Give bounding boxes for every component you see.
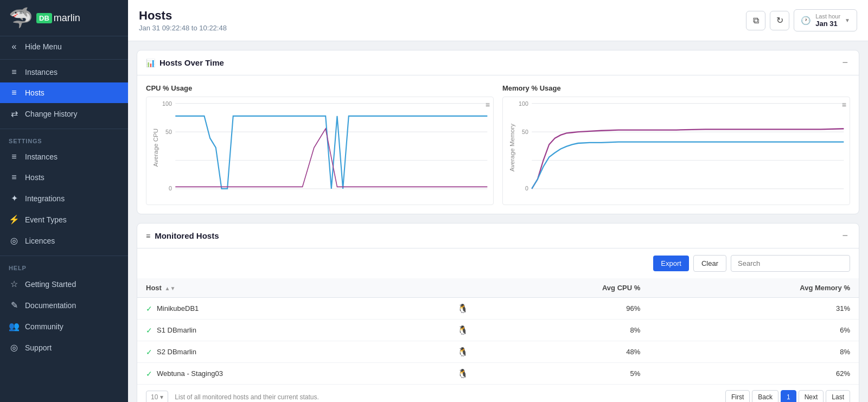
card-title-hosts: ≡ Monitored Hosts — [146, 231, 219, 240]
search-input[interactable] — [731, 255, 850, 272]
sidebar-item-getting-started[interactable]: ☆ Getting Started — [0, 273, 128, 295]
time-picker-button[interactable]: 🕐 Last hour Jan 31 ▼ — [794, 9, 857, 31]
cpu-chart-area: ≡ 100 50 0 Average CPU — [146, 97, 494, 205]
table-row[interactable]: ✓ S2 DBmarlin 🐧 48% 8% — [137, 341, 859, 363]
sidebar-item-community[interactable]: 👥 Community — [0, 316, 128, 337]
os-icon: 🐧 — [457, 347, 468, 357]
cpu-chart-svg: 100 50 0 Average CPU — [146, 97, 493, 205]
table-toolbar: Export Clear — [137, 248, 859, 278]
table-row[interactable]: ✓ Webtuna - Staging03 🐧 5% 62% — [137, 363, 859, 385]
time-picker-text: Last hour Jan 31 — [815, 13, 840, 28]
sidebar-item-licences-label: Licences — [25, 237, 55, 245]
sidebar-item-event-types[interactable]: ⚡ Event Types — [0, 209, 128, 230]
sidebar-item-licences[interactable]: ◎ Licences — [0, 230, 128, 251]
rows-per-page-value: 10 — [151, 393, 158, 401]
table-footer: 10 ▾ List of all monitored hosts and the… — [137, 385, 859, 402]
sort-icons[interactable]: ▲▼ — [165, 285, 176, 291]
col-avg-cpu: Avg CPU % — [477, 278, 649, 298]
header-title-group: Hosts Jan 31 09:22:48 to 10:22:48 — [139, 9, 227, 32]
sidebar-item-integrations[interactable]: ✦ Integrations — [0, 188, 128, 209]
page-title: Hosts — [139, 9, 227, 23]
chevron-left-icon: « — [9, 42, 20, 52]
logo-shark: 🦈 — [9, 7, 33, 29]
svg-text:100: 100 — [519, 100, 528, 107]
host-status-icon: ✓ — [146, 326, 152, 335]
hosts-over-time-card: 📊 Hosts Over Time − CPU % Usage ≡ — [137, 50, 859, 214]
logo-badge: DB — [36, 13, 52, 23]
sidebar-item-change-history-label: Change History — [25, 110, 78, 118]
instances-settings-icon: ≡ — [9, 152, 20, 162]
sidebar-item-documentation-label: Documentation — [25, 301, 76, 310]
table-footer-text: List of all monitored hosts and their cu… — [175, 393, 318, 401]
export-button[interactable]: Export — [653, 256, 689, 271]
cpu-chart-wrapper: CPU % Usage ≡ 100 50 0 — [146, 84, 494, 205]
sidebar-item-documentation[interactable]: ✎ Documentation — [0, 295, 128, 316]
back-page-button[interactable]: Back — [752, 390, 778, 402]
host-status-icon: ✓ — [146, 304, 152, 313]
page-subtitle: Jan 31 09:22:48 to 10:22:48 — [139, 24, 227, 32]
last-page-button[interactable]: Last — [826, 390, 850, 402]
avg-memory-cell: 62% — [649, 363, 859, 385]
avg-memory-cell: 8% — [649, 341, 859, 363]
getting-started-icon: ☆ — [9, 279, 20, 289]
sidebar-item-instances-settings[interactable]: ≡ Instances — [0, 146, 128, 167]
host-status-icon: ✓ — [146, 369, 152, 378]
sidebar-item-hosts-settings[interactable]: ≡ Hosts — [0, 167, 128, 188]
host-name: Webtuna - Staging03 — [157, 369, 223, 378]
documentation-icon: ✎ — [9, 300, 20, 310]
avg-cpu-cell: 48% — [477, 341, 649, 363]
avg-memory-cell: 31% — [649, 298, 859, 320]
sidebar-item-instances[interactable]: ≡ Instances — [0, 62, 128, 82]
table-icon: ≡ — [146, 232, 150, 240]
settings-section-label: SETTINGS — [0, 131, 128, 146]
sidebar-item-hosts-settings-label: Hosts — [25, 173, 44, 182]
svg-text:50: 50 — [165, 128, 172, 135]
copy-button[interactable]: ⧉ — [746, 11, 765, 30]
charts-container: CPU % Usage ≡ 100 50 0 — [137, 75, 859, 214]
sidebar-item-integrations-label: Integrations — [25, 194, 65, 203]
hide-menu-button[interactable]: « Hide Menu — [0, 36, 128, 57]
refresh-button[interactable]: ↻ — [770, 11, 789, 30]
sidebar-item-event-types-label: Event Types — [25, 215, 67, 224]
clear-button[interactable]: Clear — [693, 255, 726, 272]
svg-text:0: 0 — [169, 185, 172, 192]
col-avg-memory: Avg Memory % — [649, 278, 859, 298]
table-row[interactable]: ✓ S1 DBmarlin 🐧 8% 6% — [137, 320, 859, 341]
sidebar-item-community-label: Community — [25, 322, 63, 331]
host-cell: ✓ S2 DBmarlin 🐧 — [137, 341, 477, 363]
rows-per-page-selector[interactable]: 10 ▾ — [146, 391, 168, 402]
memory-chart-wrapper: Memory % Usage ≡ 100 50 0 — [502, 84, 850, 205]
table-header-row: Host ▲▼ Avg CPU % Avg Memory % — [137, 278, 859, 298]
svg-text:50: 50 — [522, 128, 528, 135]
community-icon: 👥 — [9, 321, 20, 331]
sidebar-item-support[interactable]: ◎ Support — [0, 337, 128, 358]
first-page-button[interactable]: First — [725, 390, 750, 402]
chevron-down-icon: ▼ — [845, 17, 850, 23]
page-header: Hosts Jan 31 09:22:48 to 10:22:48 ⧉ ↻ 🕐 … — [128, 0, 868, 41]
avg-memory-cell: 6% — [649, 320, 859, 341]
sidebar-item-hosts[interactable]: ≡ Hosts — [0, 82, 128, 103]
memory-chart-menu[interactable]: ≡ — [842, 100, 846, 109]
sidebar-item-support-label: Support — [25, 343, 52, 352]
next-page-button[interactable]: Next — [799, 390, 824, 402]
minimize-hosts-button[interactable]: − — [840, 230, 850, 241]
hosts-table: Host ▲▼ Avg CPU % Avg Memory % ✓ Minikub… — [137, 278, 859, 385]
host-name: S2 DBmarlin — [157, 348, 196, 356]
hosts-icon: ≡ — [9, 88, 20, 98]
svg-text:100: 100 — [162, 100, 172, 107]
header-actions: ⧉ ↻ 🕐 Last hour Jan 31 ▼ — [746, 9, 857, 31]
chart-icon: 📊 — [146, 59, 155, 67]
cpu-chart-menu[interactable]: ≡ — [486, 100, 490, 109]
table-row[interactable]: ✓ MinikubeDB1 🐧 96% 31% — [137, 298, 859, 320]
svg-text:Average Memory: Average Memory — [509, 124, 515, 172]
minimize-charts-button[interactable]: − — [840, 57, 850, 68]
current-page-button[interactable]: 1 — [781, 390, 796, 402]
hide-menu-label: Hide Menu — [25, 42, 62, 51]
sidebar-item-change-history[interactable]: ⇄ Change History — [0, 103, 128, 124]
sidebar-item-instances-settings-label: Instances — [25, 152, 58, 161]
pagination: First Back 1 Next Last — [725, 390, 850, 402]
memory-chart-title: Memory % Usage — [502, 84, 850, 92]
page-content: 📊 Hosts Over Time − CPU % Usage ≡ — [128, 41, 868, 402]
svg-text:0: 0 — [525, 185, 528, 192]
licences-icon: ◎ — [9, 235, 20, 246]
